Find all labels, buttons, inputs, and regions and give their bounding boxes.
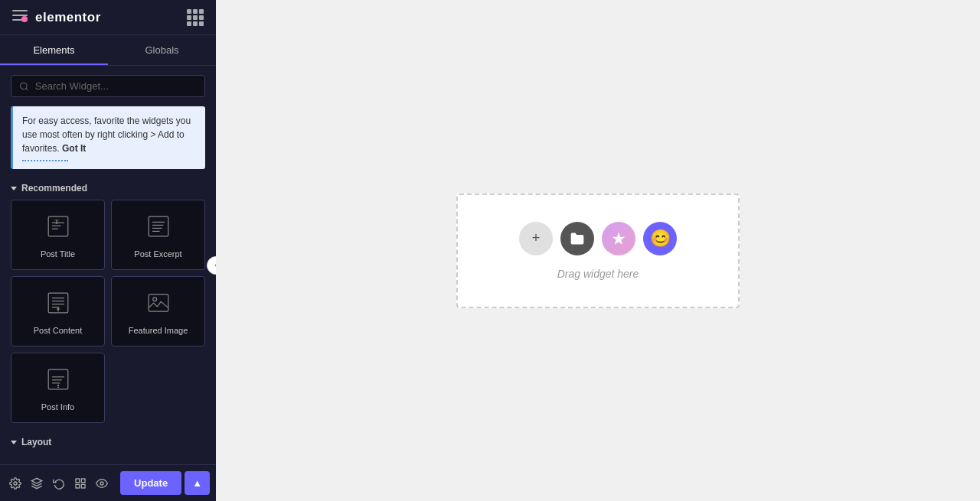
history-toolbar-icon[interactable]	[49, 470, 67, 497]
chevron-up-button[interactable]: ▲	[185, 471, 210, 495]
widgets-grid-recommended: T Post Title Post Excerpt	[0, 200, 216, 431]
svg-rect-29	[76, 479, 80, 483]
preview-toolbar-icon[interactable]	[93, 470, 111, 497]
svg-text:T: T	[54, 219, 59, 226]
widget-post-excerpt-label: Post Excerpt	[134, 249, 181, 259]
update-button[interactable]: Update	[120, 471, 181, 495]
post-excerpt-icon	[146, 214, 171, 242]
section-layout-title[interactable]: Layout	[0, 431, 216, 454]
dotted-divider	[22, 160, 68, 161]
folder-button[interactable]	[560, 222, 594, 255]
drop-zone-text: Drag widget here	[557, 268, 639, 280]
info-banner-text: For easy access, favorite the widgets yo…	[22, 115, 191, 154]
svg-point-0	[21, 83, 28, 89]
widget-post-content-label: Post Content	[34, 326, 83, 335]
search-container	[0, 66, 216, 106]
widget-post-info-label: Post Info	[41, 402, 74, 412]
svg-point-18	[57, 311, 59, 312]
chevron-down-icon-2	[11, 441, 17, 444]
svg-point-25	[57, 385, 58, 386]
search-box	[11, 75, 205, 97]
svg-marker-28	[32, 478, 42, 483]
layers-toolbar-icon[interactable]	[28, 470, 46, 497]
widget-post-title-label: Post Title	[41, 249, 75, 259]
got-it-link[interactable]: Got It	[62, 143, 86, 154]
section-recommended-title[interactable]: Recommended	[0, 177, 216, 200]
svg-rect-19	[149, 294, 168, 311]
svg-point-17	[57, 307, 59, 310]
svg-rect-31	[81, 484, 85, 488]
drop-zone: + 😊 Drag widget here	[456, 194, 740, 308]
sidebar-scroll: For easy access, favorite the widgets yo…	[0, 66, 216, 464]
widget-featured-image-label: Featured Image	[129, 326, 188, 335]
widget-post-excerpt[interactable]: Post Excerpt	[111, 200, 205, 270]
featured-image-icon	[146, 291, 171, 318]
grid-icon[interactable]	[187, 9, 204, 26]
drop-zone-buttons: + 😊	[519, 222, 677, 255]
bottom-toolbar: Update ▲	[0, 464, 216, 501]
svg-rect-30	[81, 479, 85, 483]
info-banner: For easy access, favorite the widgets yo…	[11, 106, 205, 169]
ai-button[interactable]	[602, 222, 635, 255]
tab-elements[interactable]: Elements	[0, 35, 108, 65]
sidebar: elementor Elements Globals For easy acce…	[0, 0, 216, 501]
search-icon	[19, 81, 29, 92]
settings-toolbar-icon[interactable]	[6, 470, 24, 497]
widget-featured-image[interactable]: Featured Image	[111, 276, 205, 346]
main-canvas: + 😊 Drag widget here	[216, 0, 980, 501]
chevron-down-icon	[11, 187, 17, 190]
post-title-icon: T	[46, 214, 70, 242]
sidebar-header-left: elementor	[12, 10, 101, 25]
widget-post-content[interactable]: Post Content	[11, 276, 105, 346]
post-content-icon	[46, 291, 70, 318]
section-layout-label: Layout	[21, 437, 51, 447]
search-input[interactable]	[35, 80, 197, 92]
tab-globals[interactable]: Globals	[108, 35, 216, 65]
post-info-icon	[46, 367, 70, 395]
svg-rect-32	[76, 484, 80, 488]
tabs-bar: Elements Globals	[0, 35, 216, 66]
section-recommended-label: Recommended	[21, 183, 87, 194]
svg-point-27	[14, 482, 17, 485]
svg-point-26	[57, 387, 59, 389]
svg-point-20	[152, 298, 156, 301]
notification-dot	[21, 16, 28, 22]
widget-post-title[interactable]: T Post Title	[11, 200, 105, 270]
svg-line-1	[26, 88, 28, 89]
template-toolbar-icon[interactable]	[71, 470, 90, 497]
sidebar-header: elementor	[0, 0, 216, 35]
svg-rect-7	[149, 216, 168, 236]
widget-post-info[interactable]: Post Info	[11, 353, 105, 423]
add-widget-button[interactable]: +	[519, 222, 553, 255]
template-library-button[interactable]: 😊	[643, 222, 677, 255]
svg-point-33	[100, 482, 103, 485]
logo-text: elementor	[35, 10, 101, 25]
